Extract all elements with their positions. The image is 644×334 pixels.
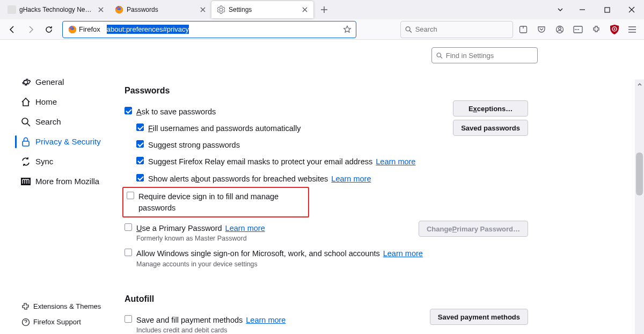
pocket-icon[interactable] bbox=[533, 21, 550, 38]
ask-save-passwords-label: Ask to save passwords bbox=[136, 106, 216, 117]
exceptions-button[interactable]: Exceptions… bbox=[453, 100, 528, 117]
scroll-up-arrow[interactable] bbox=[635, 79, 644, 89]
breach-alerts-checkbox[interactable] bbox=[136, 174, 144, 181]
extensions-icon[interactable] bbox=[588, 21, 604, 38]
primary-password-note: Formerly known as Master Password bbox=[136, 235, 265, 242]
close-icon[interactable] bbox=[199, 5, 207, 14]
saved-payment-methods-button[interactable]: Saved payment methods bbox=[430, 309, 528, 325]
maximize-button[interactable] bbox=[595, 0, 619, 19]
tab-title: Settings bbox=[229, 6, 297, 13]
search-icon bbox=[20, 117, 31, 127]
svg-rect-2 bbox=[605, 8, 610, 12]
find-in-settings[interactable] bbox=[431, 47, 538, 63]
sidebar-item-more[interactable]: More from Mozilla bbox=[0, 171, 117, 191]
tab-passwords[interactable]: Passwords bbox=[109, 1, 211, 18]
primary-pw-learn-more-link[interactable]: Learn more bbox=[225, 224, 265, 233]
sso-learn-more-link[interactable]: Learn more bbox=[383, 249, 423, 258]
search-icon bbox=[405, 26, 412, 33]
relay-learn-more-link[interactable]: Learn more bbox=[376, 157, 415, 166]
link-label: Extensions & Themes bbox=[33, 302, 101, 310]
svg-rect-15 bbox=[23, 141, 29, 146]
firefox-favicon bbox=[68, 25, 77, 34]
suggest-strong-checkbox[interactable] bbox=[136, 140, 144, 148]
sidebar-item-search[interactable]: Search bbox=[0, 112, 117, 132]
ublock-icon[interactable] bbox=[606, 21, 623, 38]
primary-password-label: Use a Primary PasswordLearn more bbox=[136, 224, 265, 233]
sidebar-item-privacy[interactable]: Privacy & Security bbox=[0, 132, 117, 151]
forward-button[interactable] bbox=[23, 21, 39, 38]
save-fill-payment-checkbox[interactable] bbox=[125, 315, 132, 323]
svg-point-10 bbox=[576, 29, 577, 30]
relay-masks-checkbox[interactable] bbox=[136, 157, 144, 164]
sync-icon bbox=[20, 156, 31, 167]
find-input[interactable] bbox=[446, 52, 533, 60]
search-input[interactable] bbox=[415, 25, 508, 33]
settings-content: General Home Search Privacy & Security S… bbox=[0, 40, 644, 334]
sidebar-item-sync[interactable]: Sync bbox=[0, 151, 117, 171]
app-menu-button[interactable] bbox=[625, 21, 640, 38]
puzzle-icon bbox=[21, 302, 30, 311]
list-tabs-button[interactable] bbox=[551, 0, 570, 19]
sidebar-item-label: Search bbox=[35, 117, 61, 126]
save-to-pocket-icon[interactable] bbox=[515, 21, 531, 38]
fill-auto-checkbox[interactable] bbox=[136, 124, 144, 131]
device-signin-passwords-checkbox[interactable] bbox=[127, 192, 134, 199]
window-controls bbox=[551, 0, 644, 19]
extensions-themes-link[interactable]: Extensions & Themes bbox=[0, 299, 117, 314]
close-icon[interactable] bbox=[97, 5, 105, 14]
svg-rect-0 bbox=[8, 5, 16, 14]
url-bar[interactable]: Firefox about:preferences#privacy bbox=[62, 21, 356, 38]
account-icon[interactable] bbox=[552, 21, 568, 38]
tab-settings[interactable]: Settings bbox=[211, 1, 313, 18]
back-button[interactable] bbox=[4, 21, 20, 38]
sso-checkbox[interactable] bbox=[125, 249, 132, 256]
gear-icon bbox=[217, 5, 225, 14]
close-window-button[interactable] bbox=[619, 0, 644, 19]
sso-note: Manage accounts in your device settings bbox=[136, 260, 423, 268]
link-label: Firefox Support bbox=[33, 318, 81, 326]
home-icon bbox=[20, 97, 31, 107]
save-fill-payment-note: Includes credit and debit cards bbox=[136, 326, 286, 334]
svg-point-14 bbox=[22, 118, 28, 124]
save-fill-payment-label: Save and fill payment methodsLearn more bbox=[136, 316, 286, 324]
vertical-scrollbar[interactable] bbox=[635, 79, 644, 334]
change-primary-password-button[interactable]: Change Primary Password… bbox=[419, 221, 528, 237]
tab-title: Passwords bbox=[127, 6, 195, 13]
firefox-support-link[interactable]: Firefox Support bbox=[0, 314, 117, 330]
primary-password-checkbox[interactable] bbox=[125, 223, 132, 231]
url-text: about:preferences#privacy bbox=[107, 25, 340, 33]
reload-button[interactable] bbox=[41, 21, 57, 38]
ask-save-passwords-checkbox[interactable] bbox=[125, 107, 132, 114]
svg-point-11 bbox=[578, 29, 579, 30]
sidebar-item-label: Privacy & Security bbox=[35, 137, 101, 146]
keepass-icon[interactable] bbox=[570, 21, 586, 38]
help-icon bbox=[21, 318, 30, 326]
sidebar-item-general[interactable]: General bbox=[0, 72, 117, 92]
autofill-heading: Autofill bbox=[125, 294, 633, 304]
sso-label: Allow Windows single sign-on for Microso… bbox=[136, 249, 423, 258]
fill-auto-label: Fill usernames and passwords automatical… bbox=[148, 123, 301, 134]
svg-point-4 bbox=[406, 26, 410, 31]
scrollbar-thumb[interactable] bbox=[636, 153, 643, 195]
search-bar[interactable] bbox=[400, 21, 513, 38]
passwords-heading: Passwords bbox=[125, 86, 633, 96]
tab-title: gHacks Technology News and Advic bbox=[19, 6, 93, 13]
mozilla-icon bbox=[20, 176, 31, 187]
navigation-toolbar: Firefox about:preferences#privacy bbox=[0, 19, 644, 40]
new-tab-button[interactable] bbox=[317, 2, 332, 17]
minimize-button[interactable] bbox=[570, 0, 595, 19]
payment-learn-more-link[interactable]: Learn more bbox=[246, 316, 286, 324]
relay-masks-label: Suggest Firefox Relay email masks to pro… bbox=[148, 156, 415, 167]
device-signin-passwords-label: Require device sign in to fill and manag… bbox=[138, 191, 305, 213]
saved-passwords-button[interactable]: Saved passwords bbox=[453, 120, 528, 136]
close-icon[interactable] bbox=[301, 5, 309, 14]
bookmark-star-icon[interactable] bbox=[343, 25, 352, 34]
tab-ghacks[interactable]: gHacks Technology News and Advic bbox=[2, 1, 109, 18]
breach-learn-more-link[interactable]: Learn more bbox=[331, 175, 371, 183]
sidebar-item-home[interactable]: Home bbox=[0, 92, 117, 112]
svg-point-9 bbox=[575, 29, 576, 30]
svg-point-7 bbox=[559, 27, 561, 30]
settings-main: Passwords Ask to save passwords Exceptio… bbox=[117, 40, 644, 334]
identity-box[interactable]: Firefox bbox=[66, 24, 104, 35]
gear-icon bbox=[20, 77, 31, 88]
